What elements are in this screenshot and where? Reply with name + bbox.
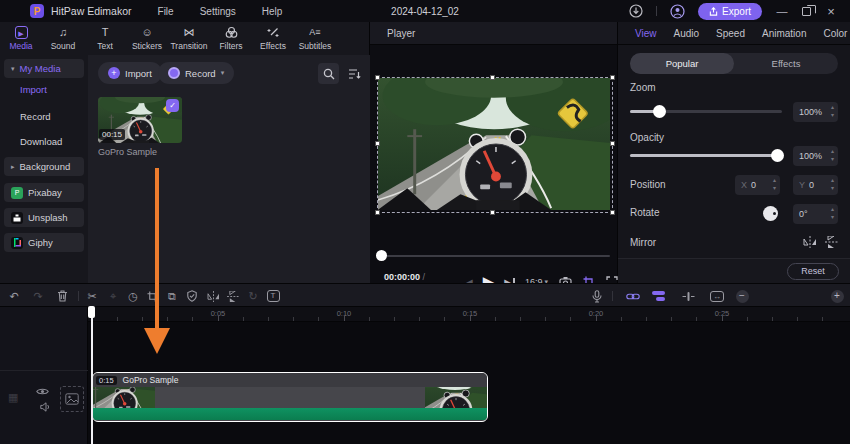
record-button[interactable]: Record ▾: [158, 62, 234, 84]
selection-handle[interactable]: [490, 75, 495, 80]
track-grid-icon[interactable]: ▦: [8, 391, 18, 404]
tab-effects[interactable]: Effects: [252, 22, 294, 55]
video-preview[interactable]: [378, 78, 612, 212]
stepper-down-icon[interactable]: ▾: [773, 184, 776, 192]
zoom-value-field[interactable]: 100% ▴▾: [793, 102, 838, 122]
search-button[interactable]: [318, 63, 339, 84]
sidebar-item-record[interactable]: Record: [20, 111, 51, 122]
menu-help[interactable]: Help: [262, 6, 283, 17]
selection-handle[interactable]: [375, 210, 380, 215]
track-mute-button[interactable]: [40, 402, 51, 412]
tab-animation[interactable]: Animation: [762, 28, 806, 39]
playhead-handle[interactable]: [88, 306, 95, 318]
sidebar-item-background[interactable]: ▸ Background: [4, 157, 84, 176]
effects-icon: [267, 26, 280, 39]
sidebar-item-giphy[interactable]: Giphy: [4, 233, 84, 252]
timeline-ruler[interactable]: 0:05 0:10 0:15 0:20 0:25: [88, 307, 850, 322]
tab-subtitles[interactable]: A≡ Subtitles: [294, 22, 336, 55]
toggle-popular[interactable]: Popular: [630, 53, 734, 74]
menu-file[interactable]: File: [158, 6, 174, 17]
tab-view[interactable]: View: [635, 28, 657, 39]
account-icon[interactable]: [670, 4, 685, 19]
sidebar-item-my-media[interactable]: ▾ My Media: [4, 59, 84, 78]
marker-button[interactable]: ⌖: [105, 284, 121, 308]
speed-button[interactable]: ◷: [125, 284, 141, 308]
restore-button[interactable]: [802, 7, 811, 16]
tab-transition[interactable]: ⋈ Transition: [168, 22, 210, 55]
multitrack-button[interactable]: [650, 284, 666, 308]
zoom-slider-handle[interactable]: [653, 105, 666, 118]
tab-media[interactable]: ▶ Media: [0, 22, 42, 55]
close-button[interactable]: ×: [824, 4, 838, 19]
tab-speed[interactable]: Speed: [716, 28, 745, 39]
mirror-horizontal-button[interactable]: [803, 236, 817, 248]
timeline-zoom-out-button[interactable]: −: [734, 284, 750, 308]
redo-button[interactable]: ↷: [30, 284, 46, 308]
crop-tool-button[interactable]: [144, 284, 160, 308]
stepper-up-icon[interactable]: ▴: [831, 147, 834, 155]
selected-check-badge[interactable]: ✓: [166, 99, 179, 112]
stepper-up-icon[interactable]: ▴: [831, 205, 834, 213]
link-clips-button[interactable]: [625, 284, 641, 308]
sidebar-item-import[interactable]: Import: [20, 84, 47, 95]
toggle-effects[interactable]: Effects: [734, 53, 838, 74]
track-visibility-button[interactable]: [36, 387, 49, 396]
selection-handle[interactable]: [490, 210, 495, 215]
stepper-down-icon[interactable]: ▾: [831, 111, 834, 119]
freeze-frame-button[interactable]: ⧉: [164, 284, 180, 308]
app-name: HitPaw Edimakor: [51, 5, 132, 17]
sidebar-item-pixabay[interactable]: P Pixabay: [4, 183, 84, 202]
reset-button[interactable]: Reset: [787, 263, 839, 280]
add-media-dropzone[interactable]: [60, 386, 84, 412]
selection-handle[interactable]: [375, 75, 380, 80]
mask-button[interactable]: [184, 284, 200, 308]
stepper-down-icon[interactable]: ▾: [831, 184, 834, 192]
sidebar-item-unsplash[interactable]: Unsplash: [4, 208, 84, 227]
sidebar-item-download[interactable]: Download: [20, 136, 62, 147]
stepper-up-icon[interactable]: ▴: [773, 176, 776, 184]
tab-filters[interactable]: Filters: [210, 22, 252, 55]
seek-handle[interactable]: [376, 250, 387, 261]
tab-audio[interactable]: Audio: [674, 28, 700, 39]
tab-stickers[interactable]: ☺ Stickers: [126, 22, 168, 55]
undo-button[interactable]: ↶: [6, 284, 22, 308]
import-button[interactable]: + Import: [98, 62, 162, 84]
delete-button[interactable]: [54, 284, 70, 308]
stepper-down-icon[interactable]: ▾: [831, 213, 834, 221]
playhead-line[interactable]: [91, 318, 93, 444]
voiceover-button[interactable]: [589, 284, 605, 308]
seek-bar[interactable]: [380, 255, 610, 257]
sort-button[interactable]: [344, 63, 365, 84]
selection-handle[interactable]: [610, 141, 615, 146]
menu-settings[interactable]: Settings: [200, 6, 236, 17]
rotate-clip-button[interactable]: ↻: [245, 284, 261, 308]
stepper-up-icon[interactable]: ▴: [831, 176, 834, 184]
tab-color[interactable]: Color: [823, 28, 847, 39]
mirror-vertical-button[interactable]: [825, 236, 839, 248]
minimize-button[interactable]: —: [775, 5, 789, 17]
export-button[interactable]: Export: [698, 3, 762, 20]
track-splitter-button[interactable]: [680, 284, 696, 308]
timeline-clip[interactable]: 0:15 GoPro Sample: [92, 372, 488, 422]
stepper-up-icon[interactable]: ▴: [831, 103, 834, 111]
align-button[interactable]: [225, 284, 241, 308]
position-x-field[interactable]: X 0 ▴▾: [735, 175, 780, 195]
selection-handle[interactable]: [610, 75, 615, 80]
selection-handle[interactable]: [375, 141, 380, 146]
rotate-knob[interactable]: [763, 206, 778, 221]
text-tool-button[interactable]: T: [265, 284, 281, 308]
position-y-field[interactable]: Y 0 ▴▾: [793, 175, 838, 195]
split-button[interactable]: ✂: [84, 284, 100, 308]
opacity-value-field[interactable]: 100% ▴▾: [793, 146, 838, 166]
mirror-clip-button[interactable]: [205, 284, 221, 308]
rotate-value-field[interactable]: 0° ▴▾: [793, 204, 838, 224]
fit-timeline-button[interactable]: ↔: [709, 284, 725, 308]
app-logo-icon: P: [30, 4, 44, 18]
stepper-down-icon[interactable]: ▾: [831, 155, 834, 163]
tab-text[interactable]: T Text: [84, 22, 126, 55]
selection-handle[interactable]: [610, 210, 615, 215]
opacity-slider-handle[interactable]: [771, 149, 784, 162]
tab-sound[interactable]: ♫ Sound: [42, 22, 84, 55]
timeline-zoom-in-button[interactable]: +: [829, 284, 845, 308]
download-icon[interactable]: [629, 4, 643, 18]
